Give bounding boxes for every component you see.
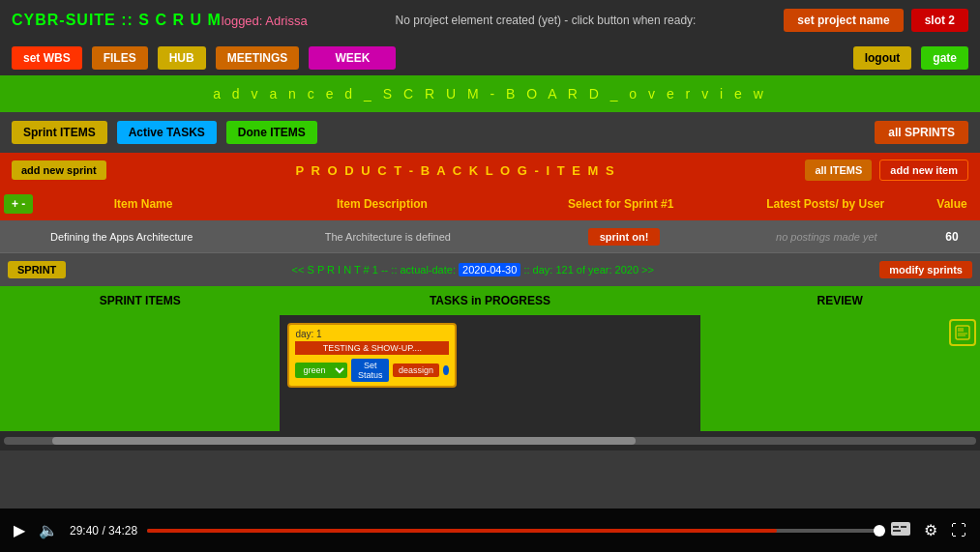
- progress-fill: [147, 529, 777, 533]
- col-header-latest-posts: Latest Posts/ by User: [723, 197, 928, 211]
- progress-dot: [874, 525, 885, 537]
- app-area: CYBR-SUITE :: S C R U M logged: Adrissa …: [0, 0, 980, 508]
- active-tasks-button[interactable]: Active TASKS: [117, 121, 217, 144]
- table-header: + - Item Name Item Description Select fo…: [0, 188, 980, 220]
- sprint-items-button[interactable]: Sprint ITEMS: [12, 121, 107, 144]
- done-items-button[interactable]: Done ITEMS: [226, 121, 317, 144]
- logout-button[interactable]: logout: [853, 46, 912, 70]
- all-items-button[interactable]: all ITEMS: [805, 160, 872, 181]
- user-info: logged: Adrissa: [222, 14, 308, 28]
- svg-rect-7: [893, 530, 901, 532]
- sprint-info: << S P R I N T # 1 -- :: actual-date: 20…: [66, 264, 879, 276]
- sprint-label-button[interactable]: SPRINT: [8, 261, 66, 278]
- header-notice: No project element created (yet) - click…: [308, 14, 785, 27]
- svg-rect-1: [958, 328, 964, 332]
- deassign-button[interactable]: deassign: [393, 363, 439, 377]
- item-desc-cell: The Architecture is defined: [252, 231, 522, 243]
- svg-rect-6: [901, 526, 906, 528]
- nav-bar: set WBS FILES HUB MEETINGS WEEK logout g…: [0, 41, 980, 75]
- time-display: 29:40 / 34:28: [70, 524, 137, 537]
- col-h-sprint-items: SPRINT ITEMS: [0, 286, 280, 315]
- table-row: Defining the Apps Architecture The Archi…: [0, 220, 980, 253]
- task-card: day: 1 TESTING & SHOW-UP.... green yello…: [287, 323, 457, 388]
- add-sprint-button[interactable]: add new sprint: [12, 160, 106, 180]
- wbs-button[interactable]: set WBS: [12, 46, 82, 70]
- week-button[interactable]: WEEK: [309, 46, 396, 70]
- item-name-cell: Defining the Apps Architecture: [43, 231, 252, 243]
- sprint-row: SPRINT << S P R I N T # 1 -- :: actual-d…: [0, 253, 980, 286]
- task-day: day: 1: [295, 329, 449, 339]
- volume-button[interactable]: 🔈: [37, 519, 60, 541]
- files-button[interactable]: FILES: [92, 46, 148, 70]
- hub-button[interactable]: HUB: [158, 46, 206, 70]
- backlog-bar: add new sprint P R O D U C T - B A C K L…: [0, 153, 980, 188]
- sprint-on-cell: sprint on!: [522, 227, 725, 246]
- meetings-button[interactable]: MEETINGS: [216, 46, 300, 70]
- scroll-area: [0, 431, 980, 450]
- all-sprints-button[interactable]: all SPRINTS: [875, 121, 968, 144]
- toolbar-row: Sprint ITEMS Active TASKS Done ITEMS all…: [0, 112, 980, 153]
- video-controls: ▶ 🔈 29:40 / 34:28 ⚙ ⛶: [0, 508, 980, 552]
- value-cell: 60: [928, 230, 976, 244]
- review-col-label: REVIEW: [817, 294, 863, 307]
- scroll-track[interactable]: [4, 437, 976, 445]
- captions-button[interactable]: [889, 520, 912, 541]
- col-header-item-name: Item Name: [41, 197, 246, 211]
- sprint-on-button[interactable]: sprint on!: [588, 228, 661, 246]
- col-h-review: REVIEW: [700, 286, 980, 315]
- scrum-col-headers: SPRINT ITEMS TASKS in PROGRESS REVIEW: [0, 286, 980, 315]
- set-status-button[interactable]: Set Status: [351, 359, 389, 382]
- header-bar: CYBR-SUITE :: S C R U M logged: Adrissa …: [0, 0, 980, 41]
- task-controls: green yellow red Set Status deassign: [295, 359, 449, 382]
- backlog-title: P R O D U C T - B A C K L O G - I T E M …: [106, 163, 806, 178]
- tasks-column: day: 1 TESTING & SHOW-UP.... green yello…: [280, 315, 699, 431]
- review-icon[interactable]: [949, 319, 976, 346]
- col-header-value: Value: [928, 197, 976, 211]
- svg-rect-4: [891, 522, 910, 536]
- plus-minus-control[interactable]: + -: [4, 194, 33, 214]
- progress-bar[interactable]: [147, 529, 879, 533]
- col-h-tasks: TASKS in PROGRESS: [280, 286, 699, 315]
- app-title: CYBR-SUITE :: S C R U M: [12, 12, 222, 29]
- gate-button[interactable]: gate: [921, 46, 968, 70]
- modify-sprints-button[interactable]: modify sprints: [879, 261, 972, 278]
- header-right: set project name slot 2: [784, 9, 968, 32]
- sprint-items-col-label: SPRINT ITEMS: [100, 294, 181, 307]
- review-column: [700, 315, 980, 431]
- video-container: CYBR-SUITE :: S C R U M logged: Adrissa …: [0, 0, 980, 552]
- task-title: TESTING & SHOW-UP....: [295, 341, 449, 355]
- latest-posts-cell: no postings made yet: [726, 231, 928, 243]
- scrum-board: day: 1 TESTING & SHOW-UP.... green yello…: [0, 315, 980, 431]
- task-dot: [443, 365, 449, 375]
- fullscreen-button[interactable]: ⛶: [949, 520, 968, 541]
- settings-button[interactable]: ⚙: [922, 519, 939, 541]
- scroll-thumb[interactable]: [52, 437, 636, 445]
- col-header-select-sprint: Select for Sprint #1: [519, 197, 724, 211]
- add-new-item-button[interactable]: add new item: [879, 160, 968, 181]
- svg-rect-5: [893, 526, 899, 528]
- sprint-date: 2020-04-30: [459, 263, 520, 276]
- set-project-button[interactable]: set project name: [784, 9, 903, 32]
- sprint-items-column: [0, 315, 280, 431]
- backlog-right: all ITEMS add new item: [805, 160, 968, 181]
- scrum-board-banner: a d v a n c e d _ S C R U M - B O A R D …: [0, 75, 980, 112]
- slot-button[interactable]: slot 2: [911, 9, 968, 32]
- play-button[interactable]: ▶: [12, 519, 27, 541]
- col-header-item-desc: Item Description: [246, 197, 519, 211]
- task-status-select[interactable]: green yellow red: [295, 363, 347, 378]
- tasks-col-label: TASKS in PROGRESS: [430, 294, 550, 307]
- control-right: ⚙ ⛶: [889, 519, 968, 541]
